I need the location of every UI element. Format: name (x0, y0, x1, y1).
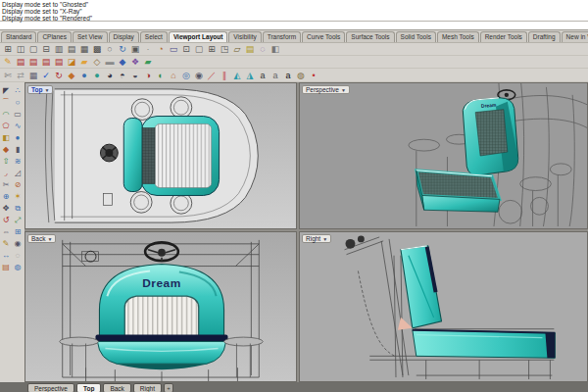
tab-cplanes[interactable]: CPlanes (37, 31, 72, 42)
surface-tool-icon[interactable]: ◧ (1, 132, 12, 143)
fillet-tool-icon[interactable]: ◞ (1, 168, 12, 178)
grid-views-icon[interactable]: ⊞ (206, 43, 218, 55)
layer-icon[interactable]: ▤ (1, 262, 12, 272)
loft-tool-icon[interactable]: ≋ (13, 156, 24, 167)
bottom-tab-perspective[interactable]: Perspective (27, 383, 74, 392)
tab-set-view[interactable]: Set View (73, 31, 108, 42)
viewport-right-label[interactable]: Right ▼ (302, 234, 331, 243)
tab-select[interactable]: Select (140, 31, 168, 42)
pan-view-icon[interactable]: ◔ (155, 43, 167, 55)
lock-view-icon[interactable]: ◧ (270, 43, 281, 55)
move-tool-icon[interactable]: ✥ (1, 203, 12, 214)
tab-new-in-v5[interactable]: New in V5 (562, 31, 588, 42)
cube-blue-icon[interactable]: ◆ (117, 56, 128, 68)
viewport-single-icon[interactable]: ▢ (27, 43, 39, 55)
arc-tool-icon[interactable]: ◠ (1, 109, 12, 120)
join-tool-icon[interactable]: ⊕ (1, 191, 12, 202)
document-red-1-icon[interactable]: ▤ (15, 56, 26, 68)
freeform-tool-icon[interactable]: ∿ (13, 121, 24, 131)
viewport-split-v-icon[interactable]: ▥ (53, 43, 65, 55)
points-tool-icon[interactable]: ∴ (13, 85, 24, 96)
sync-views-icon[interactable]: ○ (104, 43, 116, 55)
render-icon[interactable]: ◍ (13, 262, 24, 272)
pens-double-icon[interactable]: ∥ (219, 70, 230, 81)
viewport-perspective[interactable]: Perspective ▼ (299, 82, 588, 229)
viewport-properties-icon[interactable]: ▣ (129, 43, 141, 55)
ball-dark-2-icon[interactable]: ◓ (117, 70, 128, 81)
chamfer-tool-icon[interactable]: ◿ (13, 168, 24, 178)
rotate-tool-icon[interactable]: ↺ (1, 215, 12, 225)
ball-red-icon[interactable]: ◑ (142, 70, 154, 81)
screen-icon[interactable]: ▤ (244, 43, 256, 55)
ball-green-icon[interactable]: ◐ (155, 70, 167, 81)
document-red-4-icon[interactable]: ▤ (53, 56, 65, 68)
new-viewport-tab-button[interactable]: + (164, 383, 173, 392)
rectangle-tool-icon[interactable]: ▭ (13, 109, 24, 120)
viewport-perspective-label[interactable]: Perspective ▼ (302, 85, 350, 94)
tab-viewport-layout[interactable]: Viewport Layout (169, 31, 227, 42)
bottom-tab-back[interactable]: Back (103, 383, 130, 392)
print-display-icon[interactable]: ▱ (231, 43, 243, 55)
pen-red-icon[interactable]: ／ (206, 70, 218, 81)
viewport-back-label[interactable]: Back ▼ (27, 234, 56, 243)
document-red-2-icon[interactable]: ▤ (27, 56, 39, 68)
pencil-icon[interactable]: ✎ (2, 56, 14, 68)
tab-curve-tools[interactable]: Curve Tools (302, 31, 345, 42)
magnifier-icon[interactable]: ◌ (257, 43, 269, 55)
ball-house-icon[interactable]: ⌂ (168, 70, 179, 81)
viewport-top-label[interactable]: Top ▼ (27, 85, 53, 94)
text-a-box-icon[interactable]: a (257, 70, 269, 81)
snail-icon[interactable]: ◍ (295, 70, 307, 81)
cylinder-tool-icon[interactable]: ▮ (13, 144, 24, 155)
grid-select-icon[interactable]: ▦ (27, 70, 39, 81)
divider-dot-icon[interactable]: · (142, 43, 154, 55)
flag-cyan-1-icon[interactable]: ◭ (231, 70, 243, 81)
split-tool-icon[interactable]: ⊘ (13, 179, 24, 190)
ball-dark-1-icon[interactable]: ◕ (104, 70, 116, 81)
tab-solid-tools[interactable]: Solid Tools (396, 31, 436, 42)
curve-edit-icon[interactable]: ✎ (1, 238, 12, 249)
named-views-icon[interactable]: ▢ (193, 43, 205, 55)
trim-tool-icon[interactable]: ✂ (1, 179, 12, 190)
tab-render-tools[interactable]: Render Tools (480, 31, 527, 42)
hide-icon[interactable]: ◌ (13, 250, 24, 261)
tab-transform[interactable]: Transform (263, 31, 301, 42)
tab-display[interactable]: Display (109, 31, 139, 42)
minus-icon[interactable]: ▬ (104, 56, 116, 68)
copy-tool-icon[interactable]: ⧉ (13, 203, 24, 214)
gem-orange-icon[interactable]: ◆ (66, 70, 77, 81)
sphere-teal-icon[interactable]: ● (91, 70, 103, 81)
viewport-back[interactable]: Back ▼ (24, 231, 297, 382)
document-red-3-icon[interactable]: ▤ (40, 56, 52, 68)
swap-icon[interactable]: ⇄ (15, 70, 26, 81)
viewport-custom-icon[interactable]: ▩ (91, 43, 103, 55)
tab-standard[interactable]: Standard (1, 31, 36, 42)
polygon-tool-icon[interactable]: ⬠ (1, 121, 12, 131)
text-a-bold-icon[interactable]: a (282, 70, 294, 81)
perspective-box-icon[interactable]: ◳ (219, 43, 230, 55)
viewport-split-h-icon[interactable]: ⊟ (40, 43, 52, 55)
command-prompt[interactable]: Command: (0, 22, 588, 30)
extrude-tool-icon[interactable]: ⇧ (1, 156, 12, 167)
bottom-tab-top[interactable]: Top (76, 383, 101, 392)
rotate-view-icon[interactable]: ↻ (117, 43, 128, 55)
layers-rainbow-icon[interactable]: ▰ (142, 56, 154, 68)
floating-viewport-icon[interactable]: ▭ (168, 43, 179, 55)
viewport-4-layout-icon[interactable]: ⊞ (2, 43, 14, 55)
gem-purple-icon[interactable]: ❖ (129, 56, 141, 68)
text-a-strike-icon[interactable]: a (270, 70, 281, 81)
array-tool-icon[interactable]: ⊞ (13, 226, 24, 237)
new-view-icon[interactable]: ⊡ (180, 43, 192, 55)
mirror-tool-icon[interactable]: ⇔ (1, 226, 12, 237)
curve-tool-icon[interactable]: ⌒ (1, 97, 12, 108)
document-flag-icon[interactable]: ◪ (66, 56, 77, 68)
tab-visibility[interactable]: Visibility (228, 31, 261, 42)
bottom-tab-right[interactable]: Right (133, 383, 162, 392)
sphere-tool-icon[interactable]: ● (13, 132, 24, 143)
rotate-cw-icon[interactable]: ↻ (53, 70, 65, 81)
sphere-shine-icon[interactable]: ◉ (193, 70, 205, 81)
scissors-icon[interactable]: ✄ (2, 70, 14, 81)
tab-surface-tools[interactable]: Surface Tools (346, 31, 394, 42)
folder-icon[interactable]: ▰ (78, 56, 90, 68)
viewport-top[interactable]: Top ▼ (24, 82, 297, 229)
